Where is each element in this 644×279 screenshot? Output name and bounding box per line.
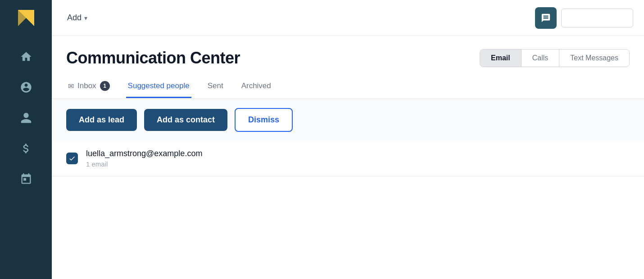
check-icon [68, 155, 76, 162]
sidebar [0, 0, 52, 279]
add-as-lead-button[interactable]: Add as lead [66, 109, 137, 131]
main-content: Add ▾ Communication Center Email Calls T… [52, 0, 644, 279]
action-bar: Add as lead Add as contact Dismiss [52, 99, 644, 141]
sidebar-item-calendar[interactable] [10, 166, 42, 193]
topbar: Add ▾ [52, 0, 644, 36]
calendar-icon [20, 173, 32, 185]
contact-list: luella_armstrong@example.com 1 email [52, 141, 644, 279]
tab-calls[interactable]: Calls [522, 50, 560, 67]
contact-info: luella_armstrong@example.com 1 email [86, 149, 202, 168]
logo-icon [15, 7, 37, 29]
sub-tab-sent[interactable]: Sent [206, 75, 225, 98]
search-input[interactable] [561, 9, 633, 27]
sidebar-logo [0, 0, 52, 36]
suggested-people-label: Suggested people [128, 81, 190, 90]
sidebar-item-power[interactable] [10, 74, 42, 101]
person-icon [20, 112, 32, 124]
inbox-icon: ✉ [68, 82, 74, 90]
inbox-badge: 1 [100, 81, 110, 91]
chevron-down-icon: ▾ [84, 14, 87, 22]
sub-tab-suggested-people[interactable]: Suggested people [126, 75, 191, 98]
sent-label: Sent [208, 81, 223, 90]
add-button[interactable]: Add ▾ [63, 10, 92, 25]
power-icon [20, 81, 32, 94]
dismiss-button[interactable]: Dismiss [235, 108, 293, 132]
money-icon [20, 142, 32, 155]
sub-tab-inbox[interactable]: ✉ Inbox 1 [66, 75, 112, 99]
home-icon [20, 50, 32, 63]
sidebar-item-contacts[interactable] [10, 104, 42, 131]
sidebar-nav [0, 36, 52, 193]
inbox-label: Inbox [77, 81, 96, 90]
contact-meta: 1 email [86, 160, 202, 168]
page-title: Communication Center [66, 49, 240, 68]
tab-email[interactable]: Email [480, 50, 522, 67]
sidebar-item-home[interactable] [10, 43, 42, 70]
topbar-right [535, 7, 633, 29]
notification-button[interactable] [535, 7, 557, 29]
sub-tab-archived[interactable]: Archived [240, 75, 273, 98]
tab-text-messages[interactable]: Text Messages [559, 50, 629, 67]
add-as-contact-button[interactable]: Add as contact [144, 109, 227, 131]
sub-tabs: ✉ Inbox 1 Suggested people Sent Archived [52, 75, 644, 99]
tab-switcher: Email Calls Text Messages [480, 49, 630, 67]
contact-checkbox[interactable] [66, 153, 78, 164]
topbar-left: Add ▾ [63, 10, 92, 25]
contact-email: luella_armstrong@example.com [86, 149, 202, 158]
chat-icon [541, 13, 551, 23]
page-header: Communication Center Email Calls Text Me… [52, 36, 644, 75]
sidebar-item-money[interactable] [10, 135, 42, 162]
archived-label: Archived [241, 81, 271, 90]
add-label: Add [67, 13, 82, 22]
table-row: luella_armstrong@example.com 1 email [52, 141, 644, 176]
